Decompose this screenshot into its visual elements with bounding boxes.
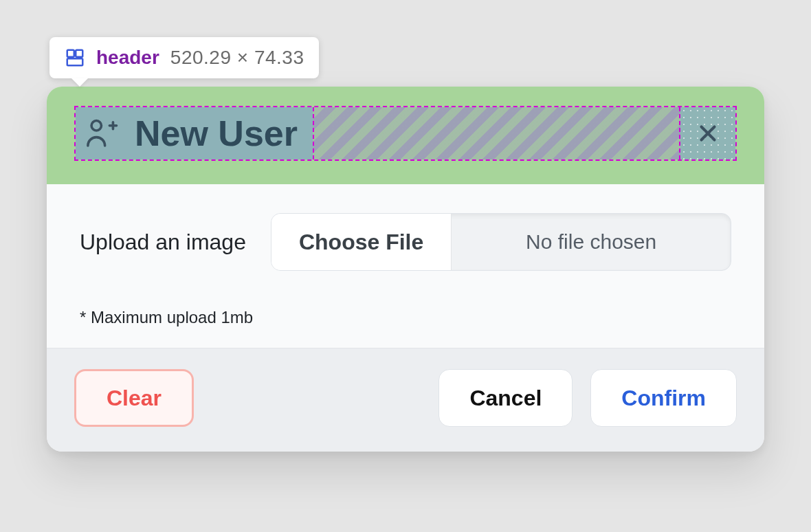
- new-user-dialog: New User Upload an image Choose File No …: [47, 87, 764, 452]
- choose-file-button[interactable]: Choose File: [271, 214, 452, 270]
- svg-point-3: [91, 121, 101, 131]
- svg-rect-1: [76, 50, 82, 57]
- close-button[interactable]: [680, 107, 735, 159]
- dialog-body: Upload an image Choose File No file chos…: [47, 184, 764, 348]
- cancel-button[interactable]: Cancel: [438, 369, 573, 427]
- inspected-element-name: header: [96, 47, 159, 69]
- file-input[interactable]: Choose File No file chosen: [271, 213, 731, 271]
- svg-rect-0: [67, 50, 74, 57]
- upload-row: Upload an image Choose File No file chos…: [80, 213, 731, 271]
- user-plus-icon: [82, 115, 120, 152]
- dialog-header-inner: New User: [74, 106, 737, 161]
- dialog-footer: Clear Cancel Confirm: [47, 348, 764, 452]
- upload-label: Upload an image: [80, 230, 246, 255]
- upload-hint: * Maximum upload 1mb: [80, 308, 731, 327]
- layout-icon: [65, 47, 85, 68]
- close-icon: [695, 120, 721, 146]
- inspected-element-dimensions: 520.29 × 74.33: [170, 47, 304, 69]
- dialog-header-title-group: New User: [76, 107, 313, 159]
- header-flex-spacer: [313, 107, 680, 159]
- file-status-text: No file chosen: [452, 214, 731, 270]
- confirm-button[interactable]: Confirm: [590, 369, 737, 427]
- devtools-inspector-tooltip: header 520.29 × 74.33: [49, 37, 319, 78]
- clear-button[interactable]: Clear: [74, 369, 194, 427]
- svg-rect-2: [67, 58, 83, 65]
- dialog-header: New User: [47, 87, 764, 184]
- dialog-title: New User: [135, 113, 298, 154]
